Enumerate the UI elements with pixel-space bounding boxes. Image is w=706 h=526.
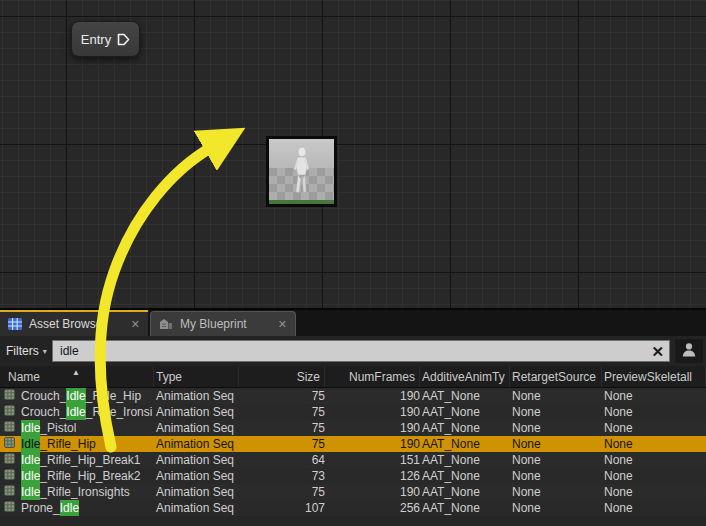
animation-asset-icon <box>4 500 15 516</box>
cell-type: Animation Seq <box>154 404 239 420</box>
cell-preview: None <box>602 484 706 500</box>
exec-pin-icon[interactable] <box>117 33 130 46</box>
cell-size: 75 <box>239 420 325 436</box>
cell-additive: AAT_None <box>420 404 510 420</box>
cell-name: Idle_Rifle_Hip_Break1 <box>0 452 154 468</box>
table-row[interactable]: Idle_Rifle_Ironsights Animation Seq 75 1… <box>0 484 706 500</box>
name-prefix: Prone_ <box>21 500 60 516</box>
entry-node-label: Entry <box>81 32 111 47</box>
cell-name: Idle_Rifle_Ironsights <box>0 484 154 500</box>
cell-additive: AAT_None <box>420 484 510 500</box>
cell-numframes: 190 <box>325 484 420 500</box>
cell-numframes: 190 <box>325 404 420 420</box>
cell-numframes: 126 <box>325 468 420 484</box>
name-suffix: _Pistol <box>40 420 76 436</box>
cell-retarget: None <box>510 468 602 484</box>
table-row[interactable]: Idle_Pistol Animation Seq 75 190 AAT_Non… <box>0 420 706 436</box>
column-header-type[interactable]: Type <box>154 366 239 387</box>
cell-size: 64 <box>239 452 325 468</box>
tab-bar: Asset Browser ✕ My Blueprint ✕ <box>0 310 706 336</box>
cell-numframes: 190 <box>325 436 420 452</box>
name-suffix: _Rifle_Hip <box>40 436 95 452</box>
cell-retarget: None <box>510 484 602 500</box>
sort-ascending-icon[interactable]: ▲ <box>72 368 80 377</box>
tab-asset-browser[interactable]: Asset Browser ✕ <box>0 310 148 336</box>
column-header-name[interactable]: Name▲ <box>0 366 154 387</box>
cell-size: 75 <box>239 436 325 452</box>
cell-name: Idle_Pistol <box>0 420 154 436</box>
clear-search-icon[interactable]: ✕ <box>651 342 664 362</box>
table-header: Name▲TypeSizeNumFramesAdditiveAnimTyReta… <box>0 366 706 388</box>
tab-my-blueprint[interactable]: My Blueprint ✕ <box>150 311 296 336</box>
cell-numframes: 190 <box>325 388 420 404</box>
cell-preview: None <box>602 500 706 516</box>
cell-name: Crouch_Idle_Rifle_Ironsi <box>0 404 154 420</box>
user-filter-button[interactable] <box>675 339 703 363</box>
cell-numframes: 151 <box>325 452 420 468</box>
tab-close-icon[interactable]: ✕ <box>131 318 140 331</box>
asset-browser-panel: Asset Browser ✕ My Blueprint ✕ Filters ▾… <box>0 308 706 526</box>
cell-name: Idle_Rifle_Hip <box>0 436 154 452</box>
cell-additive: AAT_None <box>420 468 510 484</box>
cell-size: 73 <box>239 468 325 484</box>
cell-retarget: None <box>510 436 602 452</box>
cell-additive: AAT_None <box>420 388 510 404</box>
cell-size: 107 <box>239 500 325 516</box>
table-row[interactable]: Idle_Rifle_Hip_Break1 Animation Seq 64 1… <box>0 452 706 468</box>
name-suffix: _Rifle_Ironsights <box>40 484 129 500</box>
name-prefix: Crouch_ <box>21 388 66 404</box>
cell-retarget: None <box>510 420 602 436</box>
animation-asset-thumbnail[interactable] <box>266 136 337 207</box>
cell-numframes: 256 <box>325 500 420 516</box>
cell-type: Animation Seq <box>154 436 239 452</box>
cell-size: 75 <box>239 484 325 500</box>
animation-asset-icon <box>4 468 15 484</box>
name-suffix: _Rifle_Hip_Break2 <box>40 468 140 484</box>
cell-name: Idle_Rifle_Hip_Break2 <box>0 468 154 484</box>
tab-label: Asset Browser <box>29 317 106 331</box>
cell-preview: None <box>602 468 706 484</box>
cell-retarget: None <box>510 388 602 404</box>
cell-preview: None <box>602 436 706 452</box>
cell-additive: AAT_None <box>420 500 510 516</box>
mannequin-figure <box>288 146 314 204</box>
cell-retarget: None <box>510 500 602 516</box>
table-row[interactable]: Idle_Rifle_Hip Animation Seq 75 190 AAT_… <box>0 436 706 452</box>
tab-label: My Blueprint <box>180 317 247 331</box>
cell-type: Animation Seq <box>154 388 239 404</box>
cell-preview: None <box>602 388 706 404</box>
table-row[interactable]: Crouch_Idle_Rifle_Ironsi Animation Seq 7… <box>0 404 706 420</box>
entry-node[interactable]: Entry <box>71 21 140 57</box>
table-row[interactable]: Crouch_Idle_Rifle_Hip Animation Seq 75 1… <box>0 388 706 404</box>
cell-size: 75 <box>239 404 325 420</box>
name-suffix: _Rifle_Ironsi <box>86 404 153 420</box>
column-header-previewskeletall[interactable]: PreviewSkeletall <box>602 366 706 387</box>
cell-type: Animation Seq <box>154 452 239 468</box>
cell-type: Animation Seq <box>154 420 239 436</box>
cell-type: Animation Seq <box>154 468 239 484</box>
name-suffix: _Rifle_Hip <box>86 388 141 404</box>
name-match-highlight: Idle <box>21 468 40 484</box>
table-row[interactable]: Idle_Rifle_Hip_Break2 Animation Seq 73 1… <box>0 468 706 484</box>
name-match-highlight: Idle <box>21 420 40 436</box>
filter-bar: Filters ▾ ✕ <box>0 336 706 366</box>
cell-preview: None <box>602 452 706 468</box>
name-match-highlight: Idle <box>60 500 79 516</box>
column-header-additiveanimty[interactable]: AdditiveAnimTy <box>420 366 510 387</box>
blueprint-graph-canvas[interactable]: Entry <box>0 0 706 308</box>
name-match-highlight: Idle <box>21 436 40 452</box>
column-header-size[interactable]: Size <box>239 366 325 387</box>
search-input[interactable] <box>53 341 669 361</box>
my-blueprint-icon <box>159 318 173 330</box>
asset-browser-grid-icon <box>8 318 22 330</box>
column-header-retargetsource[interactable]: RetargetSource <box>510 366 602 387</box>
cell-additive: AAT_None <box>420 420 510 436</box>
animation-asset-icon <box>4 452 15 468</box>
filters-dropdown[interactable]: Filters ▾ <box>6 336 47 366</box>
cell-name: Prone_Idle <box>0 500 154 516</box>
table-row[interactable]: Prone_Idle Animation Seq 107 256 AAT_Non… <box>0 500 706 516</box>
tab-close-icon[interactable]: ✕ <box>278 318 287 331</box>
cell-preview: None <box>602 404 706 420</box>
cell-additive: AAT_None <box>420 436 510 452</box>
column-header-numframes[interactable]: NumFrames <box>325 366 420 387</box>
